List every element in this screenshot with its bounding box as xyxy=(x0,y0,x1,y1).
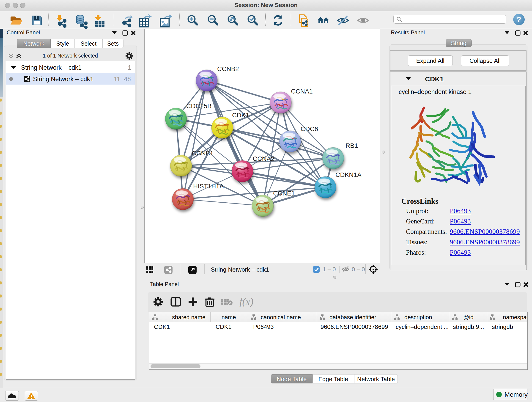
svg-text:1 – 0: 1 – 0 xyxy=(323,266,336,273)
svg-text:@id: @id xyxy=(463,314,474,320)
svg-text:CCNA2: CCNA2 xyxy=(253,155,274,162)
svg-text:CCNE1: CCNE1 xyxy=(273,190,295,197)
svg-text:CDC6: CDC6 xyxy=(301,125,318,133)
svg-text:namespac: namespac xyxy=(503,314,527,320)
svg-text:CCNB1: CCNB1 xyxy=(192,150,214,157)
svg-text:CDK1: CDK1 xyxy=(232,112,249,119)
svg-text:CCNB2: CCNB2 xyxy=(217,65,239,72)
svg-text:CCNA1: CCNA1 xyxy=(291,88,313,95)
svg-text:CDKN1A: CDKN1A xyxy=(336,171,361,178)
svg-text:CDC25B: CDC25B xyxy=(186,102,211,109)
svg-text:name: name xyxy=(222,314,236,320)
svg-text:description: description xyxy=(404,314,432,320)
svg-text:RB1: RB1 xyxy=(346,142,358,149)
svg-text:database identifier: database identifier xyxy=(329,314,376,320)
svg-text:0 – 0: 0 – 0 xyxy=(352,266,365,273)
svg-text:String Network – cdk1: String Network – cdk1 xyxy=(211,266,269,273)
svg-text:canonical name: canonical name xyxy=(261,314,301,320)
svg-text:HIST1H1A: HIST1H1A xyxy=(193,183,224,190)
svg-text:shared name: shared name xyxy=(172,314,206,320)
svg-text:f(x): f(x) xyxy=(239,296,253,307)
